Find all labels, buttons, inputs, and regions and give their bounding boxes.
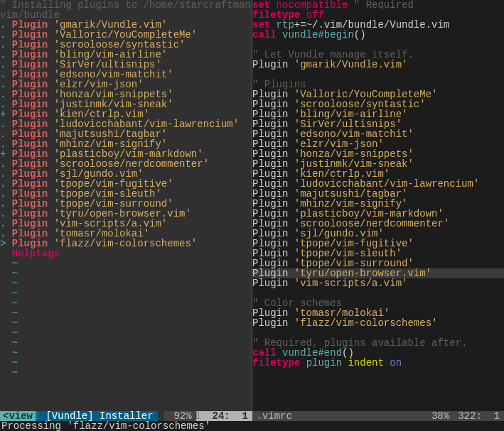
statusline-right: .vimrc38%322: 1 xyxy=(252,411,505,421)
plugin-line: . Plugin 'scrooloose/syntastic' xyxy=(0,40,252,50)
comment-line: vim/bundle xyxy=(0,10,252,20)
plugin-line: . Plugin 'tpope/vim-surround' xyxy=(0,199,252,209)
buffer-title: [Vundle] Installer xyxy=(41,411,157,421)
plugin-line: . Plugin 'tpope/vim-sleuth' xyxy=(0,189,252,199)
empty-line: ~ xyxy=(0,288,252,298)
code-line xyxy=(252,70,504,80)
mode-segment: <view xyxy=(0,411,36,421)
code-line: Plugin 'vim-scripts/a.vim' xyxy=(252,278,504,288)
plugin-line: . Plugin 'sjl/gundo.vim' xyxy=(0,169,252,179)
code-line: Plugin 'sjl/gundo.vim' xyxy=(252,229,504,239)
empty-line: ~ xyxy=(0,298,252,308)
plugin-line: . Plugin 'majutsushi/tagbar' xyxy=(0,129,252,139)
code-line: Plugin 'tpope/vim-fugitive' xyxy=(252,239,504,249)
percent-segment: 38% xyxy=(427,411,454,421)
plugin-line: . Plugin 'justinmk/vim-sneak' xyxy=(0,99,252,109)
plugin-line: . Plugin 'scrooloose/nerdcommenter' xyxy=(0,159,252,169)
code-line: " Color schemes xyxy=(252,298,504,308)
code-line: Plugin 'tpope/vim-surround' xyxy=(252,258,504,268)
plugin-line: . Plugin 'Valloric/YouCompleteMe' xyxy=(0,30,252,40)
plugin-line: . Plugin 'tomasr/molokai' xyxy=(0,229,252,239)
empty-line: ~ xyxy=(0,318,252,328)
code-line xyxy=(252,288,504,298)
plugin-line: . Plugin 'mhinz/vim-signify' xyxy=(0,139,252,149)
code-line: Plugin 'tyru/open-browser.vim' xyxy=(252,268,504,278)
separator-icon:  xyxy=(36,411,41,421)
code-line: Plugin 'scrooloose/syntastic' xyxy=(252,99,504,109)
code-line: Plugin 'honza/vim-snippets' xyxy=(252,149,504,159)
plugin-line: > Plugin 'flazz/vim-colorschemes' xyxy=(0,239,252,249)
code-line: call vundle#begin() xyxy=(252,30,504,40)
vimrc-pane[interactable]: set nocompatible " Requiredfiletype offs… xyxy=(252,0,504,411)
comment-line: " Installing plugins to /home/starcraftm… xyxy=(0,0,252,10)
code-line: Plugin 'justinmk/vim-sneak' xyxy=(252,159,504,169)
plugin-line: . Plugin 'honza/vim-snippets' xyxy=(0,89,252,99)
code-line xyxy=(252,40,504,50)
empty-line: ~ xyxy=(0,368,252,378)
separator-icon:  xyxy=(163,411,169,421)
helptags-line: Helptags xyxy=(0,249,252,258)
split-panes: " Installing plugins to /home/starcraftm… xyxy=(0,0,504,411)
code-line: Plugin 'plasticboy/vim-markdown' xyxy=(252,209,504,219)
code-line: Plugin 'ludovicchabant/vim-lawrencium' xyxy=(252,179,504,189)
plugin-line: + Plugin 'plasticboy/vim-markdown' xyxy=(0,149,252,159)
empty-line: ~ xyxy=(0,278,252,288)
code-line: Plugin 'edsono/vim-matchit' xyxy=(252,129,504,139)
code-line: Plugin 'SirVer/ultisnips' xyxy=(252,119,504,129)
code-line xyxy=(252,328,504,338)
buffer-file: .vimrc xyxy=(252,411,296,421)
code-line: " Required, plugins available after. xyxy=(252,338,504,348)
plugin-line: . Plugin 'edsono/vim-matchit' xyxy=(0,70,252,80)
empty-line: ~ xyxy=(0,308,252,318)
code-line: Plugin 'flazz/vim-colorschemes' xyxy=(252,318,504,328)
code-line: filetype off xyxy=(252,10,504,20)
code-line: " Plugins xyxy=(252,80,504,89)
editor-root: " Installing plugins to /home/starcraftm… xyxy=(0,0,504,431)
code-line: Plugin 'kien/ctrlp.vim' xyxy=(252,169,504,179)
code-line: Plugin 'elzr/vim-json' xyxy=(252,139,504,149)
statusline-left: <view[Vundle] Installer92% 24: 1 xyxy=(0,411,252,421)
code-line: Plugin 'tpope/vim-sleuth' xyxy=(252,249,504,258)
vundle-installer-pane[interactable]: " Installing plugins to /home/starcraftm… xyxy=(0,0,252,411)
plugin-line: . Plugin 'ludovicchabant/vim-lawrencium' xyxy=(0,119,252,129)
empty-line: ~ xyxy=(0,258,252,268)
plugin-line: . Plugin 'gmarik/Vundle.vim' xyxy=(0,20,252,30)
empty-line: ~ xyxy=(0,328,252,338)
separator-icon:  xyxy=(158,411,163,421)
plugin-line: . Plugin 'tpope/vim-fugitive' xyxy=(0,179,252,189)
position-segment: 24: 1 xyxy=(202,411,252,421)
command-line[interactable]: Processing 'flazz/vim-colorschemes' xyxy=(0,421,504,431)
plugin-line: . Plugin 'elzr/vim-json' xyxy=(0,80,252,89)
position-segment: 322: 1 xyxy=(454,411,504,421)
statusline-row: <view[Vundle] Installer92% 24: 1 .vi… xyxy=(0,411,504,421)
code-line: set nocompatible " Required xyxy=(252,0,504,10)
separator-icon:  xyxy=(196,411,202,421)
empty-line: ~ xyxy=(0,338,252,348)
percent-segment: 92% xyxy=(169,411,195,421)
plugin-line: + Plugin 'kien/ctrlp.vim' xyxy=(0,109,252,119)
code-line: Plugin 'Valloric/YouCompleteMe' xyxy=(252,89,504,99)
code-line: " Let Vundle manage itself. xyxy=(252,50,504,60)
code-line: Plugin 'bling/vim-airline' xyxy=(252,109,504,119)
code-line: Plugin 'gmarik/Vundle.vim' xyxy=(252,60,504,70)
empty-line: ~ xyxy=(0,358,252,368)
code-line: Plugin 'majutsushi/tagbar' xyxy=(252,189,504,199)
empty-line: ~ xyxy=(0,348,252,358)
plugin-line: . Plugin 'SirVer/ultisnips' xyxy=(0,60,252,70)
code-line: call vundle#end() xyxy=(252,348,504,358)
code-line: Plugin 'scrooloose/nerdcommenter' xyxy=(252,219,504,229)
empty-line: ~ xyxy=(0,268,252,278)
code-line: Plugin 'mhinz/vim-signify' xyxy=(252,199,504,209)
plugin-line: . Plugin 'vim-scripts/a.vim' xyxy=(0,219,252,229)
plugin-line: . Plugin 'tyru/open-browser.vim' xyxy=(0,209,252,219)
plugin-line: . Plugin 'bling/vim-airline' xyxy=(0,50,252,60)
code-line: Plugin 'tomasr/molokai' xyxy=(252,308,504,318)
code-line: filetype plugin indent on xyxy=(252,358,504,368)
code-line: set rtp+=~/.vim/bundle/Vundle.vim xyxy=(252,20,504,30)
